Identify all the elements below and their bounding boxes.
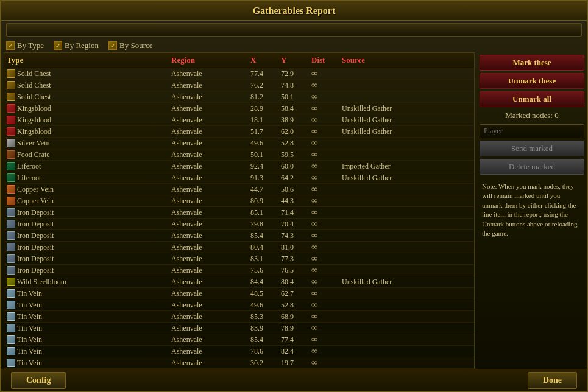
cell-type: Tin Vein <box>4 311 169 322</box>
table-row[interactable]: Tin Vein Ashenvale 85.4 77.4 ∞ <box>4 334 474 346</box>
type-icon <box>7 312 15 321</box>
done-button[interactable]: Done <box>528 372 577 389</box>
cell-y: 77.4 <box>278 334 309 345</box>
unmark-all-button[interactable]: Unmark all <box>480 91 584 107</box>
cell-source <box>339 91 474 102</box>
cell-y: 52.8 <box>278 299 309 310</box>
config-button[interactable]: Config <box>11 372 66 389</box>
cell-dist: ∞ <box>309 242 339 253</box>
cell-region: Ashenvale <box>169 242 248 253</box>
table-container: Type Region X Y Dist Source Solid Chest … <box>4 52 475 375</box>
cell-source <box>339 253 474 264</box>
cell-type: Tin Vein <box>4 299 169 310</box>
cell-dist: ∞ <box>309 265 339 276</box>
cell-region: Ashenvale <box>169 230 248 241</box>
filter-by-region-label: By Region <box>65 41 99 51</box>
type-text: Iron Deposit <box>17 243 54 252</box>
cell-x: 83.9 <box>248 323 278 334</box>
table-row[interactable]: Copper Vein Ashenvale 44.7 50.6 ∞ <box>4 184 474 195</box>
type-icon <box>7 104 15 113</box>
cell-type: Kingsblood <box>4 126 169 137</box>
cell-dist: ∞ <box>309 91 339 102</box>
table-row[interactable]: Solid Chest Ashenvale 77.4 72.9 ∞ <box>4 68 474 80</box>
col-y: Y <box>278 54 309 66</box>
table-row[interactable]: Kingsblood Ashenvale 28.9 58.4 ∞ Unskill… <box>4 103 474 114</box>
cell-dist: ∞ <box>309 80 339 91</box>
table-row[interactable]: Liferoot Ashenvale 91.3 64.2 ∞ Unskilled… <box>4 172 474 184</box>
cell-x: 85.3 <box>248 311 278 322</box>
cell-type: Iron Deposit <box>4 253 169 264</box>
delete-marked-button[interactable]: Delete marked <box>480 159 584 175</box>
table-row[interactable]: Tin Vein Ashenvale 83.9 78.9 ∞ <box>4 323 474 334</box>
type-text: Food Crate <box>17 150 50 159</box>
cell-region: Ashenvale <box>169 276 248 287</box>
table-row[interactable]: Silver Vein Ashenvale 49.6 52.8 ∞ <box>4 138 474 149</box>
table-row[interactable]: Solid Chest Ashenvale 81.2 50.1 ∞ <box>4 91 474 103</box>
cell-y: 70.4 <box>278 219 309 229</box>
cell-type: Tin Vein <box>4 346 169 357</box>
table-row[interactable]: Tin Vein Ashenvale 85.3 68.9 ∞ <box>4 311 474 323</box>
filter-by-source-checkbox[interactable]: ✓ <box>108 41 117 50</box>
send-marked-button[interactable]: Send marked <box>480 141 584 156</box>
cell-source <box>339 195 474 206</box>
type-text: Tin Vein <box>17 347 42 356</box>
table-row[interactable]: Iron Deposit Ashenvale 83.1 77.3 ∞ <box>4 253 474 265</box>
type-text: Iron Deposit <box>17 254 54 264</box>
cell-x: 51.7 <box>248 126 278 137</box>
table-row[interactable]: Tin Vein Ashenvale 78.6 82.4 ∞ <box>4 346 474 357</box>
player-input[interactable] <box>480 124 584 138</box>
type-icon <box>7 335 15 344</box>
cell-type: Iron Deposit <box>4 242 169 253</box>
type-text: Kingsblood <box>17 104 51 113</box>
filter-by-region-checkbox[interactable]: ✓ <box>54 41 62 50</box>
table-row[interactable]: Food Crate Ashenvale 50.1 59.5 ∞ <box>4 149 474 161</box>
table-row[interactable]: Iron Deposit Ashenvale 80.4 81.0 ∞ <box>4 242 474 253</box>
cell-y: 82.4 <box>278 346 309 357</box>
filter-by-type[interactable]: ✓ By Type <box>6 41 44 51</box>
type-text: Solid Chest <box>17 69 51 79</box>
cell-dist: ∞ <box>309 346 339 357</box>
cell-x: 18.1 <box>248 114 278 125</box>
filter-by-type-checkbox[interactable]: ✓ <box>6 41 15 50</box>
type-text: Kingsblood <box>17 127 51 136</box>
cell-y: 77.3 <box>278 253 309 264</box>
type-text: Liferoot <box>17 173 41 183</box>
cell-type: Iron Deposit <box>4 219 169 229</box>
type-icon <box>7 162 15 170</box>
table-body[interactable]: Solid Chest Ashenvale 77.4 72.9 ∞ Solid … <box>4 68 474 375</box>
table-row[interactable]: Iron Deposit Ashenvale 79.8 70.4 ∞ <box>4 219 474 230</box>
filter-by-region[interactable]: ✓ By Region <box>54 41 99 51</box>
cell-dist: ∞ <box>309 276 339 287</box>
cell-dist: ∞ <box>309 334 339 345</box>
table-row[interactable]: Iron Deposit Ashenvale 75.6 76.5 ∞ <box>4 265 474 276</box>
table-row[interactable]: Tin Vein Ashenvale 30.2 19.7 ∞ <box>4 357 474 369</box>
cell-source <box>339 184 474 195</box>
table-row[interactable]: Liferoot Ashenvale 92.4 60.0 ∞ Imported … <box>4 161 474 172</box>
search-bar[interactable] <box>6 23 582 37</box>
col-type: Type <box>4 54 169 66</box>
cell-y: 62.0 <box>278 126 309 137</box>
cell-x: 80.9 <box>248 195 278 206</box>
col-dist: Dist <box>309 54 339 66</box>
table-row[interactable]: Solid Chest Ashenvale 76.2 74.8 ∞ <box>4 80 474 91</box>
cell-x: 50.1 <box>248 149 278 160</box>
table-row[interactable]: Tin Vein Ashenvale 48.5 62.7 ∞ <box>4 288 474 299</box>
mark-these-button[interactable]: Mark these <box>480 55 584 71</box>
main-window: Gatherables Report ✓ By Type ✓ By Region… <box>0 0 588 392</box>
table-row[interactable]: Copper Vein Ashenvale 80.9 44.3 ∞ <box>4 195 474 207</box>
table-row[interactable]: Wild Steelbloom Ashenvale 84.4 80.4 ∞ Un… <box>4 276 474 288</box>
cell-region: Ashenvale <box>169 114 248 125</box>
cell-region: Ashenvale <box>169 103 248 114</box>
table-row[interactable]: Iron Deposit Ashenvale 85.1 71.4 ∞ <box>4 207 474 219</box>
cell-source: Unskilled Gather <box>339 276 474 287</box>
table-row[interactable]: Kingsblood Ashenvale 18.1 38.9 ∞ Unskill… <box>4 114 474 126</box>
table-row[interactable]: Iron Deposit Ashenvale 85.4 74.3 ∞ <box>4 230 474 242</box>
unmark-these-button[interactable]: Unmark these <box>480 73 584 89</box>
type-icon <box>7 347 15 355</box>
cell-source <box>339 357 474 368</box>
cell-dist: ∞ <box>309 138 339 149</box>
cell-source <box>339 334 474 345</box>
table-row[interactable]: Kingsblood Ashenvale 51.7 62.0 ∞ Unskill… <box>4 126 474 138</box>
table-row[interactable]: Tin Vein Ashenvale 49.6 52.8 ∞ <box>4 299 474 311</box>
filter-by-source[interactable]: ✓ By Source <box>108 41 153 51</box>
